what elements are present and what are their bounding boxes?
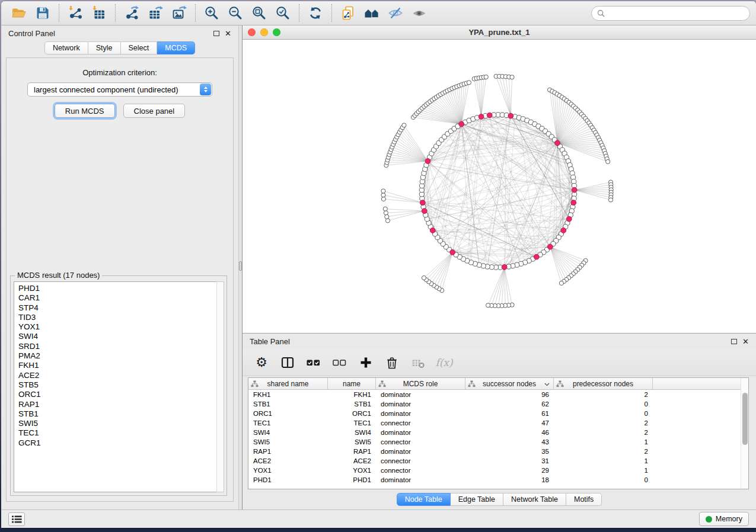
table-row[interactable]: FKH1FKH1dominator962 xyxy=(248,390,748,399)
zoom-in-button[interactable] xyxy=(200,3,224,23)
deselect-all-button[interactable] xyxy=(329,353,350,372)
network-node[interactable] xyxy=(486,303,490,307)
mcds-list-scrollbar[interactable] xyxy=(216,281,224,492)
close-panel-icon[interactable]: ✕ xyxy=(225,30,231,37)
column-header-successor-nodes[interactable]: successor nodes xyxy=(465,378,554,389)
memory-button[interactable]: Memory xyxy=(699,512,749,526)
export-network-button[interactable] xyxy=(120,3,143,23)
network-canvas[interactable] xyxy=(243,40,756,333)
tab-network[interactable]: Network xyxy=(44,41,88,55)
zoom-selected-button[interactable] xyxy=(271,3,295,23)
mcds-node-item[interactable]: CAR1 xyxy=(14,293,216,303)
mcds-node-item[interactable]: YOX1 xyxy=(14,322,216,332)
export-table-button[interactable] xyxy=(143,3,167,23)
network-node[interactable] xyxy=(381,193,385,197)
tab-motifs[interactable]: Motifs xyxy=(566,493,602,506)
mcds-node-item[interactable]: RAP1 xyxy=(14,400,216,409)
splitter-handle[interactable] xyxy=(239,261,242,271)
select-all-button[interactable] xyxy=(303,353,324,372)
network-node[interactable] xyxy=(381,189,385,193)
mcds-dominator-node[interactable] xyxy=(420,200,425,206)
panel-splitter[interactable] xyxy=(238,25,243,509)
mcds-node-item[interactable]: SWI4 xyxy=(14,332,216,341)
import-table-button[interactable] xyxy=(87,3,111,23)
network-node[interactable] xyxy=(559,281,563,285)
table-row[interactable]: RAP1RAP1dominator352 xyxy=(248,447,748,456)
tab-edge-table[interactable]: Edge Table xyxy=(451,493,503,506)
mcds-node-item[interactable]: TEC1 xyxy=(14,428,216,438)
mcds-dominator-node[interactable] xyxy=(425,159,430,164)
network-node[interactable] xyxy=(484,75,488,79)
column-header-shared-name[interactable]: shared name xyxy=(248,378,328,389)
mcds-dominator-node[interactable] xyxy=(502,264,507,270)
tab-select[interactable]: Select xyxy=(121,41,158,55)
network-node[interactable] xyxy=(467,81,471,85)
network-node[interactable] xyxy=(385,214,389,219)
import-network-button[interactable] xyxy=(63,3,87,23)
split-panel-button[interactable] xyxy=(277,353,298,372)
mcds-node-item[interactable]: TID3 xyxy=(14,313,216,322)
table-scrollbar-thumb[interactable] xyxy=(742,393,748,445)
zoom-fit-button[interactable] xyxy=(247,3,271,23)
mcds-dominator-node[interactable] xyxy=(566,216,572,222)
duplicate-network-button[interactable] xyxy=(336,3,360,23)
mcds-dominator-node[interactable] xyxy=(487,113,492,118)
hide-selected-button[interactable] xyxy=(384,3,407,23)
open-file-button[interactable] xyxy=(7,3,31,23)
table-row[interactable]: TEC1TEC1connector472 xyxy=(248,418,748,428)
network-node[interactable] xyxy=(422,275,426,280)
mcds-dominator-node[interactable] xyxy=(561,228,566,233)
save-session-button[interactable] xyxy=(31,3,55,23)
mcds-node-item[interactable]: SRD1 xyxy=(14,342,216,351)
table-scrollbar[interactable] xyxy=(741,378,748,489)
mcds-dominator-node[interactable] xyxy=(572,187,577,193)
network-node[interactable] xyxy=(383,207,387,211)
run-mcds-button[interactable]: Run MCDS xyxy=(55,104,115,118)
column-header-name[interactable]: name xyxy=(328,378,376,389)
delete-column-button[interactable] xyxy=(381,353,403,372)
close-panel-icon[interactable]: ✕ xyxy=(742,338,749,345)
mcds-node-item[interactable]: FKH1 xyxy=(14,361,216,370)
search-box[interactable] xyxy=(591,6,750,21)
mcds-node-item[interactable]: PMA2 xyxy=(14,351,216,361)
tab-network-table[interactable]: Network Table xyxy=(503,493,566,506)
table-row[interactable]: SWI4SWI4dominator462 xyxy=(248,428,748,437)
mcds-node-item[interactable]: ORC1 xyxy=(14,390,216,399)
mcds-node-item[interactable]: STP4 xyxy=(14,303,216,313)
mcds-dominator-node[interactable] xyxy=(508,113,513,118)
table-row[interactable]: ACE2ACE2connector311 xyxy=(248,456,748,466)
mcds-node-item[interactable]: GCR1 xyxy=(14,438,216,448)
tab-node-table[interactable]: Node Table xyxy=(397,493,451,506)
mcds-node-item[interactable]: SWI5 xyxy=(14,419,216,428)
tab-style[interactable]: Style xyxy=(88,41,121,55)
mcds-dominator-node[interactable] xyxy=(459,121,464,127)
table-row[interactable]: YOX1YOX1connector291 xyxy=(248,466,748,475)
mcds-dominator-node[interactable] xyxy=(422,209,427,214)
close-panel-button[interactable]: Close panel xyxy=(123,104,186,118)
mcds-node-item[interactable]: STB1 xyxy=(14,409,216,419)
add-column-button[interactable] xyxy=(355,353,377,372)
network-node[interactable] xyxy=(606,159,610,164)
mcds-dominator-node[interactable] xyxy=(547,244,553,249)
network-node[interactable] xyxy=(381,197,385,201)
mcds-dominator-node[interactable] xyxy=(534,254,539,259)
column-header-mcds-role[interactable]: MCDS role xyxy=(376,378,465,389)
network-node[interactable] xyxy=(608,198,613,202)
network-node[interactable] xyxy=(510,75,514,79)
first-neighbors-button[interactable] xyxy=(360,3,384,23)
table-row[interactable]: STB1STB1dominator620 xyxy=(248,399,748,409)
mcds-dominator-node[interactable] xyxy=(555,140,560,146)
mcds-result-list[interactable]: PHD1CAR1STP4TID3YOX1SWI4SRD1PMA2FKH1ACE2… xyxy=(14,281,216,492)
refresh-layout-button[interactable] xyxy=(304,3,327,23)
show-all-button[interactable] xyxy=(407,3,431,23)
panel-toggle-button[interactable] xyxy=(8,512,25,526)
mcds-node-item[interactable]: ACE2 xyxy=(14,371,216,380)
table-row[interactable]: SWI5SWI5connector431 xyxy=(248,437,748,447)
mcds-dominator-node[interactable] xyxy=(430,228,435,233)
mcds-node-item[interactable]: PHD1 xyxy=(14,284,216,293)
criterion-select[interactable]: largest connected component (undirected) xyxy=(27,82,212,97)
search-input[interactable] xyxy=(608,8,744,18)
network-node[interactable] xyxy=(402,123,406,127)
float-panel-icon[interactable] xyxy=(731,339,737,344)
table-row[interactable]: PHD1PHD1dominator180 xyxy=(248,475,748,485)
